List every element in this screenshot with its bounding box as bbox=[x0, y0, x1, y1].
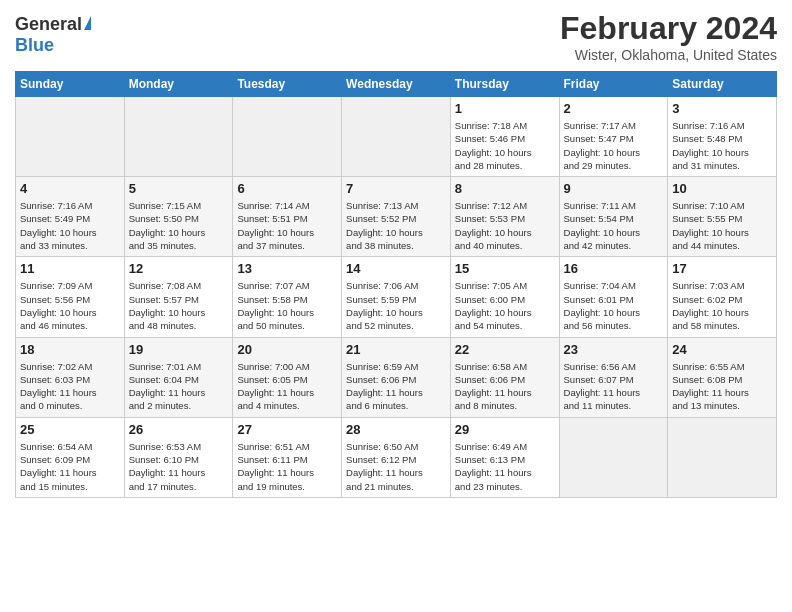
day-cell: 26Sunrise: 6:53 AM Sunset: 6:10 PM Dayli… bbox=[124, 417, 233, 497]
page-header: General Blue February 2024 Wister, Oklah… bbox=[15, 10, 777, 63]
day-info: Sunrise: 6:49 AM Sunset: 6:13 PM Dayligh… bbox=[455, 440, 555, 493]
day-info: Sunrise: 6:56 AM Sunset: 6:07 PM Dayligh… bbox=[564, 360, 664, 413]
day-info: Sunrise: 7:03 AM Sunset: 6:02 PM Dayligh… bbox=[672, 279, 772, 332]
day-cell: 29Sunrise: 6:49 AM Sunset: 6:13 PM Dayli… bbox=[450, 417, 559, 497]
day-info: Sunrise: 7:15 AM Sunset: 5:50 PM Dayligh… bbox=[129, 199, 229, 252]
day-cell: 4Sunrise: 7:16 AM Sunset: 5:49 PM Daylig… bbox=[16, 177, 125, 257]
day-cell: 21Sunrise: 6:59 AM Sunset: 6:06 PM Dayli… bbox=[342, 337, 451, 417]
col-header-wednesday: Wednesday bbox=[342, 72, 451, 97]
col-header-saturday: Saturday bbox=[668, 72, 777, 97]
day-number: 26 bbox=[129, 422, 229, 437]
day-info: Sunrise: 7:12 AM Sunset: 5:53 PM Dayligh… bbox=[455, 199, 555, 252]
day-info: Sunrise: 6:54 AM Sunset: 6:09 PM Dayligh… bbox=[20, 440, 120, 493]
day-cell: 10Sunrise: 7:10 AM Sunset: 5:55 PM Dayli… bbox=[668, 177, 777, 257]
day-number: 28 bbox=[346, 422, 446, 437]
week-row-5: 25Sunrise: 6:54 AM Sunset: 6:09 PM Dayli… bbox=[16, 417, 777, 497]
day-info: Sunrise: 7:18 AM Sunset: 5:46 PM Dayligh… bbox=[455, 119, 555, 172]
day-cell: 7Sunrise: 7:13 AM Sunset: 5:52 PM Daylig… bbox=[342, 177, 451, 257]
day-number: 3 bbox=[672, 101, 772, 116]
day-number: 20 bbox=[237, 342, 337, 357]
day-number: 23 bbox=[564, 342, 664, 357]
day-cell bbox=[668, 417, 777, 497]
day-number: 9 bbox=[564, 181, 664, 196]
logo-triangle-icon bbox=[84, 16, 91, 30]
day-cell bbox=[16, 97, 125, 177]
day-cell: 28Sunrise: 6:50 AM Sunset: 6:12 PM Dayli… bbox=[342, 417, 451, 497]
day-number: 14 bbox=[346, 261, 446, 276]
day-info: Sunrise: 7:01 AM Sunset: 6:04 PM Dayligh… bbox=[129, 360, 229, 413]
calendar-title: February 2024 bbox=[560, 10, 777, 47]
day-number: 5 bbox=[129, 181, 229, 196]
day-cell: 22Sunrise: 6:58 AM Sunset: 6:06 PM Dayli… bbox=[450, 337, 559, 417]
day-cell: 14Sunrise: 7:06 AM Sunset: 5:59 PM Dayli… bbox=[342, 257, 451, 337]
day-number: 8 bbox=[455, 181, 555, 196]
title-area: February 2024 Wister, Oklahoma, United S… bbox=[560, 10, 777, 63]
day-cell: 8Sunrise: 7:12 AM Sunset: 5:53 PM Daylig… bbox=[450, 177, 559, 257]
day-cell: 23Sunrise: 6:56 AM Sunset: 6:07 PM Dayli… bbox=[559, 337, 668, 417]
day-number: 11 bbox=[20, 261, 120, 276]
week-row-3: 11Sunrise: 7:09 AM Sunset: 5:56 PM Dayli… bbox=[16, 257, 777, 337]
day-cell: 1Sunrise: 7:18 AM Sunset: 5:46 PM Daylig… bbox=[450, 97, 559, 177]
day-info: Sunrise: 6:59 AM Sunset: 6:06 PM Dayligh… bbox=[346, 360, 446, 413]
day-number: 22 bbox=[455, 342, 555, 357]
day-number: 6 bbox=[237, 181, 337, 196]
day-info: Sunrise: 7:11 AM Sunset: 5:54 PM Dayligh… bbox=[564, 199, 664, 252]
day-number: 25 bbox=[20, 422, 120, 437]
day-number: 13 bbox=[237, 261, 337, 276]
day-info: Sunrise: 7:17 AM Sunset: 5:47 PM Dayligh… bbox=[564, 119, 664, 172]
day-cell: 27Sunrise: 6:51 AM Sunset: 6:11 PM Dayli… bbox=[233, 417, 342, 497]
day-cell: 19Sunrise: 7:01 AM Sunset: 6:04 PM Dayli… bbox=[124, 337, 233, 417]
day-cell: 18Sunrise: 7:02 AM Sunset: 6:03 PM Dayli… bbox=[16, 337, 125, 417]
col-header-thursday: Thursday bbox=[450, 72, 559, 97]
day-info: Sunrise: 7:16 AM Sunset: 5:48 PM Dayligh… bbox=[672, 119, 772, 172]
day-info: Sunrise: 7:05 AM Sunset: 6:00 PM Dayligh… bbox=[455, 279, 555, 332]
day-cell bbox=[233, 97, 342, 177]
day-info: Sunrise: 7:10 AM Sunset: 5:55 PM Dayligh… bbox=[672, 199, 772, 252]
day-number: 27 bbox=[237, 422, 337, 437]
calendar-table: SundayMondayTuesdayWednesdayThursdayFrid… bbox=[15, 71, 777, 498]
day-cell: 13Sunrise: 7:07 AM Sunset: 5:58 PM Dayli… bbox=[233, 257, 342, 337]
col-header-sunday: Sunday bbox=[16, 72, 125, 97]
day-info: Sunrise: 7:07 AM Sunset: 5:58 PM Dayligh… bbox=[237, 279, 337, 332]
day-info: Sunrise: 6:55 AM Sunset: 6:08 PM Dayligh… bbox=[672, 360, 772, 413]
day-cell bbox=[124, 97, 233, 177]
day-info: Sunrise: 7:13 AM Sunset: 5:52 PM Dayligh… bbox=[346, 199, 446, 252]
day-info: Sunrise: 7:16 AM Sunset: 5:49 PM Dayligh… bbox=[20, 199, 120, 252]
week-row-1: 1Sunrise: 7:18 AM Sunset: 5:46 PM Daylig… bbox=[16, 97, 777, 177]
day-number: 17 bbox=[672, 261, 772, 276]
logo-general-text: General bbox=[15, 14, 82, 35]
week-row-2: 4Sunrise: 7:16 AM Sunset: 5:49 PM Daylig… bbox=[16, 177, 777, 257]
day-info: Sunrise: 7:02 AM Sunset: 6:03 PM Dayligh… bbox=[20, 360, 120, 413]
day-cell: 6Sunrise: 7:14 AM Sunset: 5:51 PM Daylig… bbox=[233, 177, 342, 257]
day-number: 12 bbox=[129, 261, 229, 276]
day-number: 1 bbox=[455, 101, 555, 116]
day-number: 7 bbox=[346, 181, 446, 196]
day-number: 2 bbox=[564, 101, 664, 116]
day-number: 4 bbox=[20, 181, 120, 196]
day-cell: 24Sunrise: 6:55 AM Sunset: 6:08 PM Dayli… bbox=[668, 337, 777, 417]
day-number: 15 bbox=[455, 261, 555, 276]
day-number: 24 bbox=[672, 342, 772, 357]
day-number: 16 bbox=[564, 261, 664, 276]
day-cell: 3Sunrise: 7:16 AM Sunset: 5:48 PM Daylig… bbox=[668, 97, 777, 177]
logo: General Blue bbox=[15, 14, 91, 56]
day-cell: 9Sunrise: 7:11 AM Sunset: 5:54 PM Daylig… bbox=[559, 177, 668, 257]
header-row: SundayMondayTuesdayWednesdayThursdayFrid… bbox=[16, 72, 777, 97]
day-info: Sunrise: 6:51 AM Sunset: 6:11 PM Dayligh… bbox=[237, 440, 337, 493]
logo-blue-text: Blue bbox=[15, 35, 91, 56]
col-header-tuesday: Tuesday bbox=[233, 72, 342, 97]
day-cell: 17Sunrise: 7:03 AM Sunset: 6:02 PM Dayli… bbox=[668, 257, 777, 337]
day-cell: 12Sunrise: 7:08 AM Sunset: 5:57 PM Dayli… bbox=[124, 257, 233, 337]
day-cell: 2Sunrise: 7:17 AM Sunset: 5:47 PM Daylig… bbox=[559, 97, 668, 177]
day-cell bbox=[342, 97, 451, 177]
day-cell bbox=[559, 417, 668, 497]
day-info: Sunrise: 6:50 AM Sunset: 6:12 PM Dayligh… bbox=[346, 440, 446, 493]
day-number: 19 bbox=[129, 342, 229, 357]
day-info: Sunrise: 6:53 AM Sunset: 6:10 PM Dayligh… bbox=[129, 440, 229, 493]
day-info: Sunrise: 7:06 AM Sunset: 5:59 PM Dayligh… bbox=[346, 279, 446, 332]
day-info: Sunrise: 7:09 AM Sunset: 5:56 PM Dayligh… bbox=[20, 279, 120, 332]
day-info: Sunrise: 7:08 AM Sunset: 5:57 PM Dayligh… bbox=[129, 279, 229, 332]
day-info: Sunrise: 7:00 AM Sunset: 6:05 PM Dayligh… bbox=[237, 360, 337, 413]
day-cell: 15Sunrise: 7:05 AM Sunset: 6:00 PM Dayli… bbox=[450, 257, 559, 337]
day-number: 18 bbox=[20, 342, 120, 357]
